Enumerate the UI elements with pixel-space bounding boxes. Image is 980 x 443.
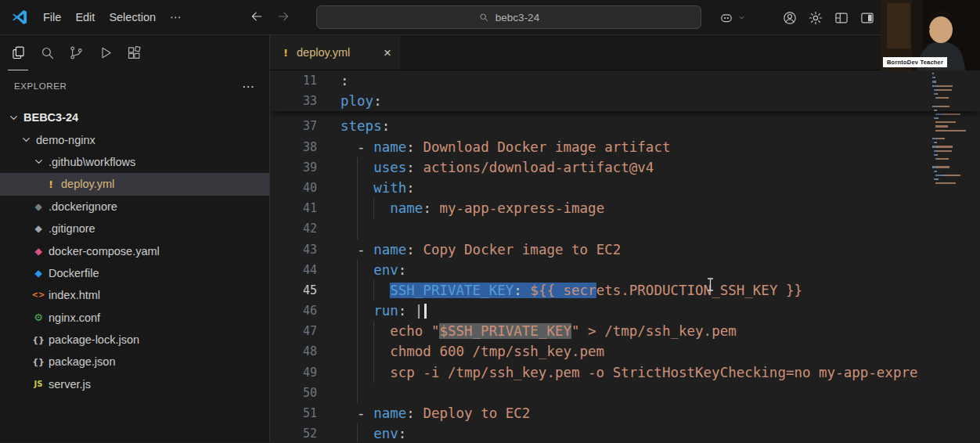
tree-item-docker-compose-yaml[interactable]: ◆docker-compose.yaml: [0, 240, 269, 261]
tree-item-label: .github\workflows: [49, 156, 135, 168]
line-number: 43: [270, 240, 317, 260]
tree-item-bebc3-24[interactable]: BEBC3-24: [0, 106, 269, 128]
command-center-search[interactable]: bebc3-24: [316, 5, 701, 29]
line-number: 48: [270, 341, 317, 362]
tree-item-label: package-lock.json: [49, 333, 139, 346]
line-number: 11: [270, 70, 317, 91]
code-line-37[interactable]: 37steps:: [270, 116, 980, 136]
line-number: 46: [270, 301, 317, 321]
menu-selection[interactable]: Selection: [102, 8, 163, 27]
tab-deploy-yml[interactable]: ! deploy.yml ×: [270, 35, 400, 70]
sticky-scroll[interactable]: 11:33ploy:: [270, 70, 980, 111]
activity-bar: [0, 35, 269, 70]
extensions-icon[interactable]: [124, 35, 144, 70]
warning-icon: !: [44, 179, 58, 189]
code-line-41[interactable]: 41 name: my-app-express-image: [270, 198, 980, 218]
js-icon: JS: [31, 380, 45, 388]
line-number: 33: [270, 91, 317, 111]
explorer-more-button[interactable]: ⋯: [242, 79, 255, 94]
code-line-46[interactable]: 46 run: |: [270, 301, 980, 321]
tab-label: deploy.yml: [297, 46, 350, 59]
menu-more[interactable]: ⋯: [163, 8, 189, 27]
code-line-39[interactable]: 39 uses: actions/download-artifact@v4: [270, 157, 980, 178]
tree-item-deploy-yml[interactable]: !deploy.yml: [0, 173, 269, 195]
tree-item-label: .dockerignore: [49, 200, 117, 213]
tree-item-label: index.html: [49, 289, 100, 301]
code-line-33[interactable]: 33ploy:: [270, 91, 980, 111]
actions-group: [782, 10, 875, 26]
code-line-42[interactable]: 42: [270, 218, 980, 239]
copilot-icon[interactable]: [719, 10, 734, 26]
line-number: 41: [270, 198, 317, 218]
warning-icon: !: [281, 48, 290, 58]
text-cursor: [424, 304, 427, 319]
layout-customize-icon[interactable]: [834, 10, 849, 26]
tree-item-index-html[interactable]: <>index.html: [0, 284, 269, 306]
tree-item-package-lock-json[interactable]: {}package-lock.json: [0, 329, 269, 351]
tree-item-label: docker-compose.yaml: [49, 245, 160, 258]
settings-icon[interactable]: [808, 10, 823, 26]
code-line-52[interactable]: 52 env:: [270, 423, 980, 442]
tree-item-github-workflows[interactable]: .github\workflows: [0, 151, 269, 173]
history-nav: [250, 9, 290, 26]
sidebar: EXPLORER ⋯ BEBC3-24demo-nginx.github\wor…: [0, 35, 270, 442]
code-line-51[interactable]: 51 - name: Deploy to EC2: [270, 403, 980, 423]
code-line-49[interactable]: 49 scp -i /tmp/ssh_key.pem -o StrictHost…: [270, 362, 980, 383]
line-number: 49: [270, 362, 317, 383]
menu-edit[interactable]: Edit: [68, 8, 102, 27]
line-number: 42: [270, 218, 317, 239]
nginx-icon: ⚙: [31, 312, 45, 322]
code-line-48[interactable]: 48 chmod 600 /tmp/ssh_key.pem: [270, 341, 980, 362]
line-number: 50: [270, 383, 317, 403]
menu-file[interactable]: File: [36, 8, 68, 27]
line-number: 51: [270, 403, 317, 423]
code-line-47[interactable]: 47 echo "$SSH_PRIVATE_KEY" > /tmp/ssh_ke…: [270, 321, 980, 341]
code-line-43[interactable]: 43 - name: Copy Docker image to EC2: [270, 240, 980, 260]
code-lines: 37steps:38 - name: Download Docker image…: [270, 111, 980, 442]
line-number: 44: [270, 260, 317, 280]
menu-bar: File Edit Selection ⋯: [36, 8, 189, 27]
back-arrow-icon[interactable]: [250, 9, 264, 26]
code-line-38[interactable]: 38 - name: Download Docker image artifac…: [270, 137, 980, 157]
webcam-overlay: BorntoDev Teacher: [881, 0, 980, 70]
forward-arrow-icon[interactable]: [276, 9, 290, 26]
line-number: 39: [270, 157, 317, 178]
tree-item-dockerfile[interactable]: ◆Dockerfile: [0, 262, 269, 284]
explorer-header: EXPLORER ⋯: [0, 70, 269, 99]
titlebar-actions: [719, 0, 875, 35]
code-line-45[interactable]: 45 SSH_PRIVATE_KEY: ${{ secrets.PRODUCTI…: [270, 280, 980, 301]
tree-item-nginx-conf[interactable]: ⚙nginx.conf: [0, 307, 269, 329]
line-number: 38: [270, 137, 317, 157]
source-control-icon[interactable]: [66, 35, 86, 70]
tree-item-label: nginx.conf: [49, 312, 100, 324]
tree-item-package-json[interactable]: {}package.json: [0, 351, 269, 373]
run-debug-icon[interactable]: [95, 35, 115, 70]
code-line-44[interactable]: 44 env:: [270, 260, 980, 280]
tree-item-server-js[interactable]: JSserver.js: [0, 373, 269, 395]
layout-panel-icon[interactable]: [859, 10, 875, 26]
line-number: 45: [270, 280, 317, 301]
tree-item-gitignore[interactable]: ◆.gitignore: [0, 218, 269, 240]
file-tree: BEBC3-24demo-nginx.github\workflows!depl…: [0, 106, 269, 395]
code-line-11[interactable]: 11:: [270, 70, 980, 91]
search-icon[interactable]: [37, 35, 57, 70]
json-icon: {}: [31, 358, 45, 366]
line-number: 52: [270, 423, 317, 442]
explorer-icon[interactable]: [8, 35, 28, 70]
docker-blue-icon: ◆: [31, 268, 45, 278]
search-icon: [478, 12, 489, 23]
account-icon[interactable]: [782, 10, 798, 26]
explorer-title: EXPLORER: [14, 81, 67, 91]
chevron-down-icon: [6, 112, 20, 124]
chevron-down-icon[interactable]: [737, 13, 746, 22]
copilot-group: [719, 10, 746, 26]
code-line-50[interactable]: 50: [270, 383, 980, 403]
code-line-40[interactable]: 40 with:: [270, 178, 980, 198]
chevron-down-icon: [19, 134, 33, 146]
workbench: EXPLORER ⋯ BEBC3-24demo-nginx.github\wor…: [0, 35, 980, 442]
search-value: bebc3-24: [495, 12, 539, 23]
close-tab-icon[interactable]: ×: [384, 46, 391, 59]
tree-item-label: .gitignore: [49, 222, 95, 235]
tree-item-dockerignore[interactable]: ◆.dockerignore: [0, 196, 269, 218]
tree-item-demo-nginx[interactable]: demo-nginx: [0, 128, 269, 150]
